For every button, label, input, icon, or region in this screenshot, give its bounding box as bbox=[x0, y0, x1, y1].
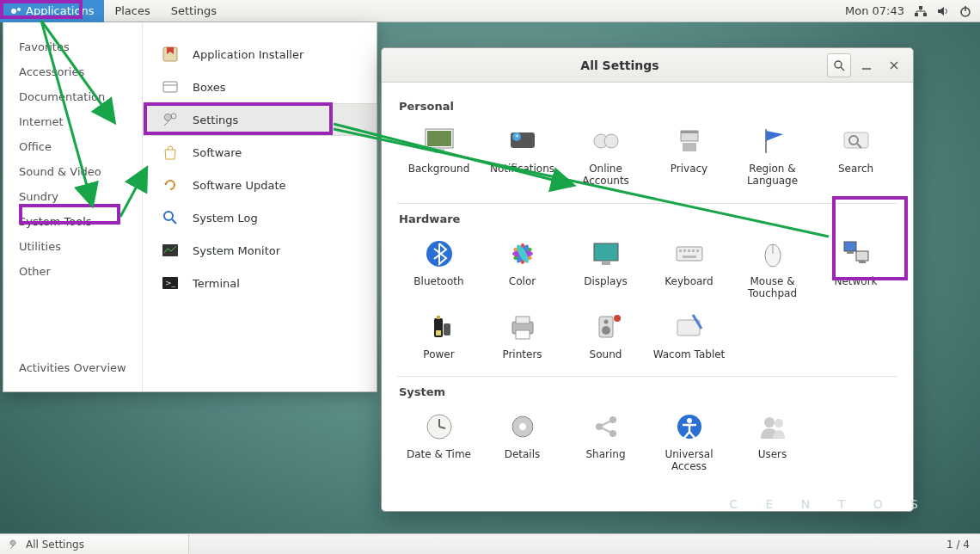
displays-icon bbox=[588, 236, 624, 272]
settings-body: Personal Background *Notifications Onlin… bbox=[382, 83, 913, 511]
monitor-chart-icon bbox=[160, 240, 181, 261]
svg-rect-23 bbox=[434, 148, 444, 153]
svg-text:>_: >_ bbox=[165, 279, 176, 287]
workspace-pager[interactable]: 1 / 4 bbox=[936, 539, 980, 551]
keyboard-icon bbox=[671, 236, 707, 272]
setting-search[interactable]: Search bbox=[814, 118, 897, 191]
category-sundry[interactable]: Sundry bbox=[3, 184, 142, 209]
category-system-tools[interactable]: System Tools bbox=[3, 209, 142, 234]
svg-rect-47 bbox=[683, 249, 686, 252]
setting-mouse-touchpad[interactable]: Mouse & Touchpad bbox=[731, 231, 814, 304]
setting-date-time[interactable]: Date & Time bbox=[397, 403, 481, 477]
svg-rect-63 bbox=[516, 317, 530, 323]
setting-details[interactable]: Details bbox=[481, 403, 564, 477]
clock[interactable]: Mon 07:43 bbox=[845, 4, 904, 17]
applications-menu-popup: Favorites Accessories Documentation Inte… bbox=[3, 22, 377, 392]
notifications-icon: * bbox=[505, 123, 541, 159]
boxes-icon bbox=[160, 77, 181, 97]
setting-privacy[interactable]: Privacy bbox=[647, 118, 731, 191]
privacy-icon bbox=[671, 123, 707, 159]
svg-point-66 bbox=[602, 326, 610, 335]
svg-line-80 bbox=[601, 428, 611, 433]
activities-overview-button[interactable]: Activities Overview bbox=[3, 349, 142, 391]
system-grid: Date & Time Details Sharing Universal Ac… bbox=[397, 403, 897, 489]
setting-sharing[interactable]: Sharing bbox=[564, 403, 647, 477]
svg-point-83 bbox=[764, 417, 775, 428]
search-button[interactable] bbox=[827, 53, 851, 77]
close-button[interactable] bbox=[882, 53, 906, 77]
category-internet[interactable]: Internet bbox=[3, 109, 142, 134]
wrench-small-icon bbox=[9, 539, 21, 551]
speaker-icon bbox=[588, 309, 624, 345]
minimize-icon bbox=[861, 60, 872, 71]
setting-displays[interactable]: Displays bbox=[564, 231, 647, 304]
taskbar-entry-settings[interactable]: All Settings bbox=[0, 534, 189, 555]
window-title: All Settings bbox=[416, 58, 824, 72]
svg-rect-51 bbox=[683, 255, 696, 258]
app-terminal[interactable]: >_ Terminal bbox=[143, 267, 377, 299]
category-office[interactable]: Office bbox=[3, 134, 142, 159]
foot-icon bbox=[10, 5, 22, 17]
app-system-monitor[interactable]: System Monitor bbox=[143, 234, 377, 267]
app-system-log[interactable]: System Log bbox=[143, 201, 377, 234]
app-settings[interactable]: Settings bbox=[143, 103, 377, 136]
volume-icon[interactable] bbox=[937, 5, 949, 17]
section-hardware: Hardware bbox=[399, 212, 897, 225]
setting-keyboard[interactable]: Keyboard bbox=[647, 231, 731, 304]
setting-sound[interactable]: Sound bbox=[564, 304, 647, 364]
search-icon bbox=[833, 59, 845, 71]
svg-rect-55 bbox=[856, 251, 868, 261]
applications-menu-button[interactable]: Applications bbox=[0, 0, 104, 22]
background-icon bbox=[421, 123, 457, 159]
svg-rect-31 bbox=[683, 143, 696, 151]
clock-icon bbox=[421, 409, 457, 445]
svg-rect-3 bbox=[915, 13, 918, 16]
setting-network[interactable]: Network bbox=[814, 231, 897, 304]
category-favorites[interactable]: Favorites bbox=[3, 34, 142, 59]
setting-wacom[interactable]: Wacom Tablet bbox=[647, 304, 731, 364]
svg-point-76 bbox=[596, 423, 603, 430]
setting-universal-access[interactable]: Universal Access bbox=[647, 403, 731, 477]
setting-users[interactable]: Users bbox=[731, 403, 814, 477]
setting-online-accounts[interactable]: Online Accounts bbox=[564, 118, 647, 191]
category-other[interactable]: Other bbox=[3, 259, 142, 284]
category-documentation[interactable]: Documentation bbox=[3, 84, 142, 109]
setting-region-language[interactable]: Region & Language bbox=[731, 118, 814, 191]
setting-power[interactable]: Power bbox=[397, 304, 481, 364]
setting-notifications[interactable]: *Notifications bbox=[481, 118, 564, 191]
category-sound-video[interactable]: Sound & Video bbox=[3, 159, 142, 184]
personal-grid: Background *Notifications Online Account… bbox=[397, 118, 897, 204]
app-software[interactable]: Software bbox=[143, 136, 377, 169]
app-boxes[interactable]: Boxes bbox=[143, 71, 377, 103]
titlebar[interactable]: All Settings bbox=[382, 48, 913, 83]
svg-rect-44 bbox=[602, 261, 610, 265]
setting-background[interactable]: Background bbox=[397, 118, 481, 191]
category-accessories[interactable]: Accessories bbox=[3, 59, 142, 84]
places-menu-button[interactable]: Places bbox=[104, 0, 160, 22]
desktop-brand: C E N T O S bbox=[729, 497, 930, 511]
app-application-installer[interactable]: Application Installer bbox=[143, 38, 377, 71]
svg-point-77 bbox=[609, 416, 616, 423]
svg-rect-2 bbox=[919, 6, 922, 9]
category-utilities[interactable]: Utilities bbox=[3, 234, 142, 259]
svg-rect-33 bbox=[844, 132, 868, 148]
setting-printers[interactable]: Printers bbox=[481, 304, 564, 364]
svg-line-12 bbox=[172, 219, 176, 224]
svg-rect-4 bbox=[923, 13, 927, 16]
app-software-update[interactable]: Software Update bbox=[143, 169, 377, 201]
gear-icon bbox=[505, 409, 541, 445]
app-list: Application Installer Boxes Settings Sof… bbox=[143, 22, 377, 391]
svg-rect-43 bbox=[594, 243, 618, 261]
accessibility-icon bbox=[671, 409, 707, 445]
svg-rect-61 bbox=[444, 323, 450, 335]
printer-icon bbox=[505, 309, 541, 345]
power-icon[interactable] bbox=[959, 5, 971, 17]
svg-rect-64 bbox=[516, 330, 530, 339]
setting-color[interactable]: Color bbox=[481, 231, 564, 304]
hardware-grid: Bluetooth Color Displays Keyboard Mouse … bbox=[397, 231, 897, 377]
svg-point-75 bbox=[519, 423, 526, 430]
minimize-button[interactable] bbox=[854, 53, 879, 77]
setting-bluetooth[interactable]: Bluetooth bbox=[397, 231, 481, 304]
network-icon[interactable] bbox=[915, 5, 927, 17]
settings-menu-button[interactable]: Settings bbox=[161, 0, 227, 22]
